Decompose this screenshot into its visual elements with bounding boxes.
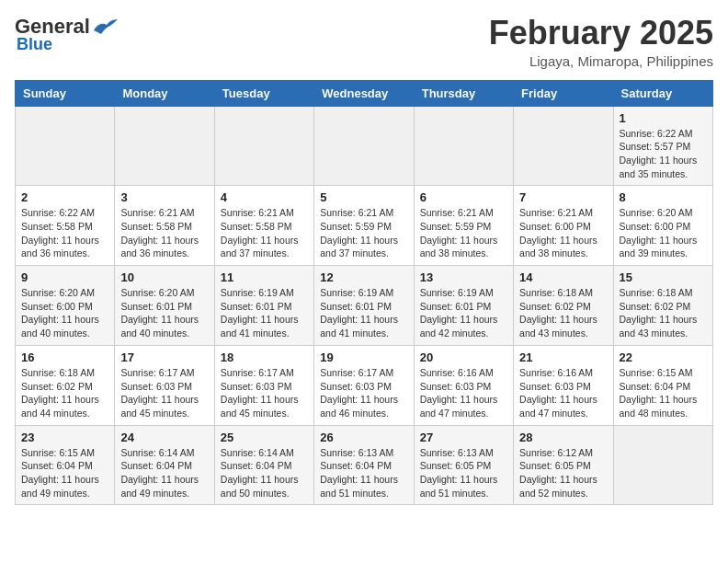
- day-number: 17: [120, 350, 208, 364]
- day-info: Sunrise: 6:22 AM Sunset: 5:57 PM Dayligh…: [620, 127, 707, 181]
- day-info: Sunrise: 6:21 AM Sunset: 6:00 PM Dayligh…: [519, 206, 607, 260]
- calendar-cell: 19Sunrise: 6:17 AM Sunset: 6:03 PM Dayli…: [314, 345, 414, 425]
- day-number: 19: [320, 350, 407, 364]
- calendar-cell: 15Sunrise: 6:18 AM Sunset: 6:02 PM Dayli…: [613, 266, 712, 346]
- day-info: Sunrise: 6:14 AM Sunset: 6:04 PM Dayligh…: [120, 446, 208, 500]
- calendar-cell: 1Sunrise: 6:22 AM Sunset: 5:57 PM Daylig…: [613, 106, 712, 186]
- day-number: 26: [320, 431, 407, 444]
- day-number: 25: [221, 431, 308, 444]
- calendar-cell: 17Sunrise: 6:17 AM Sunset: 6:03 PM Dayli…: [115, 345, 214, 425]
- page-header: General Blue February 2025 Ligaya, Mimar…: [15, 15, 713, 69]
- day-info: Sunrise: 6:18 AM Sunset: 6:02 PM Dayligh…: [620, 286, 707, 340]
- month-title: February 2025: [489, 15, 713, 52]
- day-info: Sunrise: 6:18 AM Sunset: 6:02 PM Dayligh…: [519, 286, 607, 340]
- day-number: 2: [21, 190, 108, 204]
- day-number: 22: [620, 350, 707, 364]
- calendar-cell: 21Sunrise: 6:16 AM Sunset: 6:03 PM Dayli…: [514, 345, 613, 425]
- day-number: 28: [519, 431, 607, 444]
- day-number: 5: [320, 190, 407, 204]
- calendar-week-row: 23Sunrise: 6:15 AM Sunset: 6:04 PM Dayli…: [16, 425, 713, 505]
- calendar-cell: 4Sunrise: 6:21 AM Sunset: 5:58 PM Daylig…: [214, 186, 313, 266]
- day-info: Sunrise: 6:12 AM Sunset: 6:05 PM Dayligh…: [519, 446, 607, 500]
- calendar-cell: 16Sunrise: 6:18 AM Sunset: 6:02 PM Dayli…: [16, 345, 115, 425]
- day-number: 7: [519, 190, 607, 204]
- calendar-cell: 27Sunrise: 6:13 AM Sunset: 6:05 PM Dayli…: [414, 425, 513, 505]
- title-area: February 2025 Ligaya, Mimaropa, Philippi…: [489, 15, 713, 69]
- day-info: Sunrise: 6:20 AM Sunset: 6:01 PM Dayligh…: [120, 286, 208, 340]
- calendar-cell: 14Sunrise: 6:18 AM Sunset: 6:02 PM Dayli…: [514, 266, 613, 346]
- day-number: 6: [420, 190, 507, 204]
- day-info: Sunrise: 6:17 AM Sunset: 6:03 PM Dayligh…: [221, 366, 308, 420]
- calendar-week-row: 2Sunrise: 6:22 AM Sunset: 5:58 PM Daylig…: [16, 186, 713, 266]
- calendar-week-row: 1Sunrise: 6:22 AM Sunset: 5:57 PM Daylig…: [16, 106, 713, 186]
- day-number: 13: [420, 270, 507, 284]
- calendar-week-row: 16Sunrise: 6:18 AM Sunset: 6:02 PM Dayli…: [16, 345, 713, 425]
- day-number: 4: [221, 190, 308, 204]
- day-of-week-header: Monday: [115, 80, 214, 106]
- day-number: 8: [620, 190, 707, 204]
- calendar-cell: 20Sunrise: 6:16 AM Sunset: 6:03 PM Dayli…: [414, 345, 513, 425]
- calendar-header-row: SundayMondayTuesdayWednesdayThursdayFrid…: [16, 80, 713, 106]
- day-info: Sunrise: 6:17 AM Sunset: 6:03 PM Dayligh…: [320, 366, 407, 420]
- day-info: Sunrise: 6:20 AM Sunset: 6:00 PM Dayligh…: [620, 206, 707, 260]
- calendar-cell: 6Sunrise: 6:21 AM Sunset: 5:59 PM Daylig…: [414, 186, 513, 266]
- day-info: Sunrise: 6:17 AM Sunset: 6:03 PM Dayligh…: [120, 366, 208, 420]
- calendar-cell: 23Sunrise: 6:15 AM Sunset: 6:04 PM Dayli…: [16, 425, 115, 505]
- day-of-week-header: Sunday: [16, 80, 115, 106]
- day-info: Sunrise: 6:15 AM Sunset: 6:04 PM Dayligh…: [21, 446, 108, 500]
- logo-blue-text: Blue: [17, 35, 52, 54]
- location-subtitle: Ligaya, Mimaropa, Philippines: [489, 53, 713, 69]
- day-info: Sunrise: 6:21 AM Sunset: 5:59 PM Dayligh…: [420, 206, 507, 260]
- calendar-cell: 11Sunrise: 6:19 AM Sunset: 6:01 PM Dayli…: [214, 266, 313, 346]
- day-info: Sunrise: 6:14 AM Sunset: 6:04 PM Dayligh…: [221, 446, 308, 500]
- day-info: Sunrise: 6:21 AM Sunset: 5:59 PM Dayligh…: [320, 206, 407, 260]
- day-info: Sunrise: 6:16 AM Sunset: 6:03 PM Dayligh…: [420, 366, 507, 420]
- day-info: Sunrise: 6:21 AM Sunset: 5:58 PM Dayligh…: [221, 206, 308, 260]
- day-info: Sunrise: 6:16 AM Sunset: 6:03 PM Dayligh…: [519, 366, 607, 420]
- day-info: Sunrise: 6:21 AM Sunset: 5:58 PM Dayligh…: [120, 206, 208, 260]
- calendar-cell: 26Sunrise: 6:13 AM Sunset: 6:04 PM Dayli…: [314, 425, 414, 505]
- day-number: 20: [420, 350, 507, 364]
- day-info: Sunrise: 6:19 AM Sunset: 6:01 PM Dayligh…: [420, 286, 507, 340]
- day-of-week-header: Wednesday: [314, 80, 414, 106]
- day-number: 10: [120, 270, 208, 284]
- day-info: Sunrise: 6:18 AM Sunset: 6:02 PM Dayligh…: [21, 366, 108, 420]
- day-number: 27: [420, 431, 507, 444]
- day-of-week-header: Friday: [514, 80, 613, 106]
- day-info: Sunrise: 6:13 AM Sunset: 6:05 PM Dayligh…: [420, 446, 507, 500]
- day-info: Sunrise: 6:19 AM Sunset: 6:01 PM Dayligh…: [221, 286, 308, 340]
- day-info: Sunrise: 6:22 AM Sunset: 5:58 PM Dayligh…: [21, 206, 108, 260]
- day-of-week-header: Tuesday: [214, 80, 313, 106]
- day-number: 1: [620, 111, 707, 125]
- calendar-cell: [115, 106, 214, 186]
- calendar-cell: 2Sunrise: 6:22 AM Sunset: 5:58 PM Daylig…: [16, 186, 115, 266]
- calendar-cell: [314, 106, 414, 186]
- logo: General Blue: [15, 15, 118, 54]
- logo-bird-icon: [92, 17, 118, 36]
- day-number: 24: [120, 431, 208, 444]
- calendar-cell: 5Sunrise: 6:21 AM Sunset: 5:59 PM Daylig…: [314, 186, 414, 266]
- day-info: Sunrise: 6:20 AM Sunset: 6:00 PM Dayligh…: [21, 286, 108, 340]
- calendar-table: SundayMondayTuesdayWednesdayThursdayFrid…: [15, 80, 713, 506]
- calendar-cell: 9Sunrise: 6:20 AM Sunset: 6:00 PM Daylig…: [16, 266, 115, 346]
- day-number: 18: [221, 350, 308, 364]
- calendar-cell: 8Sunrise: 6:20 AM Sunset: 6:00 PM Daylig…: [613, 186, 712, 266]
- calendar-cell: 7Sunrise: 6:21 AM Sunset: 6:00 PM Daylig…: [514, 186, 613, 266]
- calendar-week-row: 9Sunrise: 6:20 AM Sunset: 6:00 PM Daylig…: [16, 266, 713, 346]
- calendar-cell: 13Sunrise: 6:19 AM Sunset: 6:01 PM Dayli…: [414, 266, 513, 346]
- calendar-cell: 10Sunrise: 6:20 AM Sunset: 6:01 PM Dayli…: [115, 266, 214, 346]
- day-number: 16: [21, 350, 108, 364]
- calendar-cell: 22Sunrise: 6:15 AM Sunset: 6:04 PM Dayli…: [613, 345, 712, 425]
- calendar-cell: 18Sunrise: 6:17 AM Sunset: 6:03 PM Dayli…: [214, 345, 313, 425]
- day-info: Sunrise: 6:13 AM Sunset: 6:04 PM Dayligh…: [320, 446, 407, 500]
- calendar-cell: 3Sunrise: 6:21 AM Sunset: 5:58 PM Daylig…: [115, 186, 214, 266]
- day-number: 12: [320, 270, 407, 284]
- calendar-cell: 12Sunrise: 6:19 AM Sunset: 6:01 PM Dayli…: [314, 266, 414, 346]
- day-number: 11: [221, 270, 308, 284]
- day-number: 23: [21, 431, 108, 444]
- calendar-cell: [613, 425, 712, 505]
- calendar-cell: [16, 106, 115, 186]
- day-number: 21: [519, 350, 607, 364]
- day-info: Sunrise: 6:19 AM Sunset: 6:01 PM Dayligh…: [320, 286, 407, 340]
- calendar-cell: 25Sunrise: 6:14 AM Sunset: 6:04 PM Dayli…: [214, 425, 313, 505]
